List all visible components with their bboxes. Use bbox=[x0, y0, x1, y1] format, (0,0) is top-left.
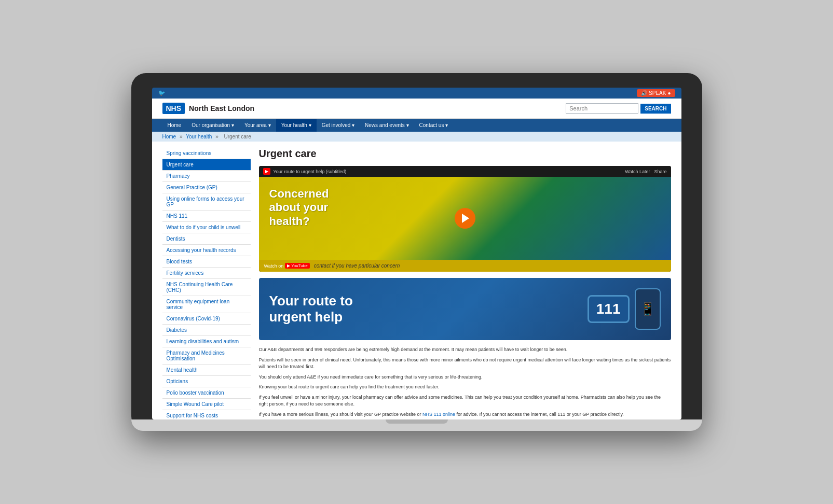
video-topbar: ▶ Your route to urgent help (subtitled) … bbox=[259, 166, 671, 177]
main-content: Urgent care ▶ Your route to urgent help … bbox=[259, 148, 671, 419]
nhs111-link[interactable]: NHS 111 online bbox=[422, 412, 455, 417]
body-paragraph-4: Knowing your best route to urgent care c… bbox=[259, 384, 671, 391]
sidebar-item-chc[interactable]: NHS Continuing Health Care (CHC) bbox=[162, 279, 251, 296]
sidebar-item-learning-disabilities[interactable]: Learning disabilities and autism bbox=[162, 336, 251, 347]
page-content: Spring vaccinations Urgent care Pharmacy… bbox=[152, 142, 681, 419]
nav-your-health[interactable]: Your health ▾ bbox=[276, 119, 317, 132]
sidebar-item-nhs-costs[interactable]: Support for NHS costs bbox=[162, 410, 251, 419]
play-button[interactable] bbox=[455, 208, 475, 229]
video-topbar-left: ▶ Your route to urgent help (subtitled) bbox=[263, 168, 347, 175]
sidebar-item-mental-health[interactable]: Mental health bbox=[162, 365, 251, 376]
sidebar-item-pharmacy[interactable]: Pharmacy bbox=[162, 171, 251, 182]
video-container[interactable]: ▶ Your route to urgent help (subtitled) … bbox=[259, 166, 671, 272]
circle-icon: ● bbox=[667, 90, 671, 96]
hero-right: 111 bbox=[588, 288, 661, 330]
video-thumbnail[interactable]: Concerned about your health? bbox=[259, 177, 671, 260]
body-paragraph-2: Patients will be seen in order of clinic… bbox=[259, 357, 671, 371]
speaker-icon: 🔊 bbox=[641, 90, 647, 96]
sidebar-item-health-records[interactable]: Accessing your health records bbox=[162, 245, 251, 256]
nav-get-involved[interactable]: Get involved ▾ bbox=[317, 119, 360, 132]
hero-title: Your route to urgent help bbox=[269, 293, 353, 325]
hero-text: Your route to urgent help bbox=[269, 293, 353, 325]
breadcrumb-your-health[interactable]: Your health bbox=[186, 134, 212, 139]
sidebar-item-blood-tests[interactable]: Blood tests bbox=[162, 256, 251, 268]
nav-your-area[interactable]: Your area ▾ bbox=[239, 119, 276, 132]
body-paragraph-1: Our A&E departments and 999 responders a… bbox=[259, 346, 671, 354]
sidebar-item-dentists[interactable]: Dentists bbox=[162, 233, 251, 245]
watch-on-label: Watch on bbox=[264, 263, 284, 269]
sidebar-item-online-forms[interactable]: Using online forms to access your GP bbox=[162, 193, 251, 211]
nav-news-events[interactable]: News and events ▾ bbox=[360, 119, 414, 132]
video-overlay-text: Concerned about your health? bbox=[269, 187, 329, 228]
sidebar-item-spring-vaccinations[interactable]: Spring vaccinations bbox=[162, 148, 251, 159]
body-paragraph-3: You should only attend A&E if you need i… bbox=[259, 374, 671, 381]
sidebar-item-urgent-care[interactable]: Urgent care bbox=[162, 159, 251, 171]
video-topbar-right: Watch Later Share bbox=[625, 169, 666, 174]
video-bottom-bar: Watch on ▶ YouTube contact if you have p… bbox=[259, 260, 671, 272]
page-title: Urgent care bbox=[259, 148, 671, 160]
breadcrumb-sep1: » bbox=[180, 134, 183, 139]
nav-contact-us[interactable]: Contact us ▾ bbox=[414, 119, 454, 132]
laptop-screen: 🐦 🔊 SPEAK ● NHS North East London SEARCH… bbox=[152, 88, 681, 419]
search-button[interactable]: SEARCH bbox=[640, 104, 671, 114]
body-paragraph-6: If you have a more serious illness, you … bbox=[259, 411, 671, 418]
top-bar: 🐦 🔊 SPEAK ● bbox=[152, 88, 681, 99]
hero-111-number: 111 bbox=[588, 295, 630, 323]
org-name: North East London bbox=[189, 104, 254, 113]
nhs-badge: NHS bbox=[162, 103, 185, 114]
nhs-logo[interactable]: NHS North East London bbox=[162, 103, 255, 114]
sidebar: Spring vaccinations Urgent care Pharmacy… bbox=[162, 148, 251, 419]
twitter-icon: 🐦 bbox=[158, 90, 166, 96]
sidebar-item-diabetes[interactable]: Diabetes bbox=[162, 325, 251, 336]
youtube-logo[interactable]: Watch on ▶ YouTube bbox=[264, 263, 310, 269]
laptop-frame: 🐦 🔊 SPEAK ● NHS North East London SEARCH… bbox=[131, 73, 702, 431]
sidebar-item-fertility[interactable]: Fertility services bbox=[162, 268, 251, 279]
watch-later-label[interactable]: Watch Later bbox=[625, 169, 650, 174]
search-input[interactable] bbox=[566, 103, 638, 114]
breadcrumb-sep2: » bbox=[215, 134, 219, 139]
sidebar-item-polio[interactable]: Polio booster vaccination bbox=[162, 387, 251, 399]
sidebar-item-coronavirus[interactable]: Coronavirus (Covid-19) bbox=[162, 313, 251, 325]
sidebar-item-community-equipment[interactable]: Community equipment loan service bbox=[162, 296, 251, 313]
search-area: SEARCH bbox=[566, 103, 671, 114]
youtube-icon: ▶ bbox=[263, 168, 270, 175]
sidebar-item-child-unwell[interactable]: What to do if your child is unwell bbox=[162, 222, 251, 233]
nav-home[interactable]: Home bbox=[162, 119, 187, 132]
video-text-overlay: Concerned about your health? bbox=[269, 187, 329, 228]
nav-organisation[interactable]: Our organisation ▾ bbox=[186, 119, 239, 132]
video-title: Your route to urgent help (subtitled) bbox=[274, 169, 347, 174]
sidebar-item-general-practice[interactable]: General Practice (GP) bbox=[162, 182, 251, 193]
main-navigation: Home Our organisation ▾ Your area ▾ Your… bbox=[152, 119, 681, 132]
video-caption: contact if you have particular concern bbox=[314, 263, 400, 269]
speak-button[interactable]: 🔊 SPEAK ● bbox=[637, 89, 675, 97]
breadcrumb-current: Urgent care bbox=[224, 134, 251, 139]
share-label[interactable]: Share bbox=[654, 169, 666, 174]
youtube-red-logo: ▶ YouTube bbox=[285, 263, 310, 269]
sidebar-item-wound-care[interactable]: Simple Wound Care pilot bbox=[162, 399, 251, 410]
hero-banner: Your route to urgent help 111 bbox=[259, 278, 671, 340]
breadcrumb: Home » Your health » Urgent care bbox=[162, 134, 671, 139]
site-header: NHS North East London SEARCH bbox=[152, 99, 681, 119]
breadcrumb-home[interactable]: Home bbox=[162, 134, 176, 139]
laptop-base bbox=[131, 419, 702, 431]
sidebar-item-pharmacy-medicines[interactable]: Pharmacy and Medicines Optimisation bbox=[162, 347, 251, 365]
phone-illustration bbox=[635, 288, 661, 330]
body-paragraph-5: If you feel unwell or have a minor injur… bbox=[259, 394, 671, 408]
sidebar-item-nhs111[interactable]: NHS 111 bbox=[162, 211, 251, 222]
sub-nav: Home » Your health » Urgent care bbox=[152, 132, 681, 142]
sidebar-item-opticians[interactable]: Opticians bbox=[162, 376, 251, 387]
